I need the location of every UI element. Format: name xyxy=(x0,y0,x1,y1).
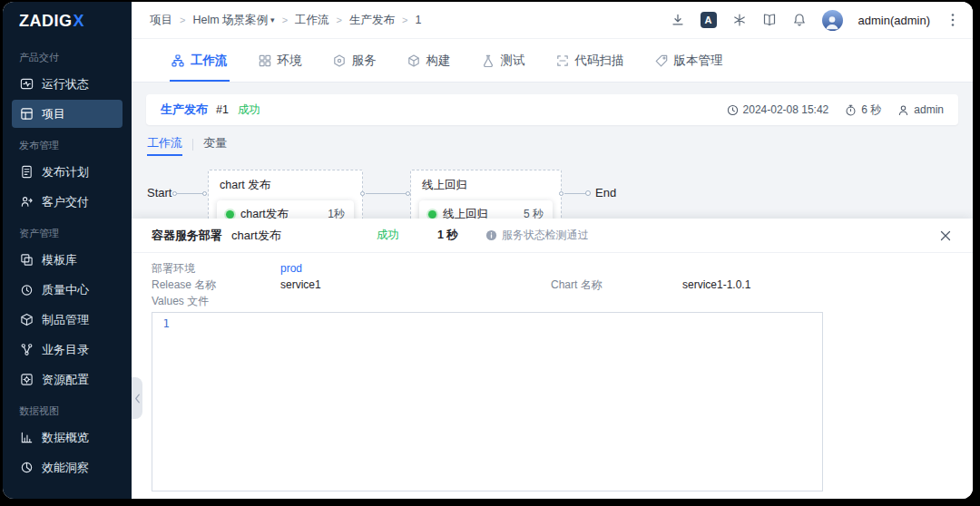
sidebar-item-running-status[interactable]: 运行状态 xyxy=(12,70,122,98)
plan-icon xyxy=(20,165,34,179)
run-subtabs: 工作流 变量 xyxy=(147,135,227,156)
tab-version-management[interactable]: 版本管理 xyxy=(640,39,739,82)
drawer-close-button[interactable] xyxy=(938,227,953,245)
sidebar-item-label: 发布计划 xyxy=(42,164,89,180)
breadcrumb-projects[interactable]: 项目 xyxy=(150,13,172,28)
sidebar-item-quality-center[interactable]: 质量中心 xyxy=(12,276,122,304)
sidebar-nav: 产品交付 运行状态 项目 发布管理 发布计划 客户交付 资产管理 模板库 xyxy=(3,40,132,483)
sidebar-item-resource-config[interactable]: 资源配置 xyxy=(12,365,122,394)
tab-workflow[interactable]: 工作流 xyxy=(156,39,243,82)
workflow-icon xyxy=(172,54,184,67)
breadcrumb-project-label: Helm 场景案例 xyxy=(192,13,268,28)
tab-test[interactable]: 测试 xyxy=(466,39,541,82)
docs-button[interactable] xyxy=(762,13,777,27)
sidebar-item-label: 数据概览 xyxy=(42,430,89,446)
sidebar-item-business-catalog[interactable]: 业务目录 xyxy=(12,336,122,364)
template-icon xyxy=(20,253,34,267)
sidebar-item-label: 资源配置 xyxy=(42,372,89,388)
tab-code-scan[interactable]: 代码扫描 xyxy=(541,39,640,82)
info-icon xyxy=(485,229,497,241)
breadcrumb-workflows[interactable]: 工作流 xyxy=(295,13,329,28)
sidebar-item-customer-delivery[interactable]: 客户交付 xyxy=(12,188,122,216)
sparkle-icon xyxy=(732,13,747,27)
flow-connector-dot xyxy=(360,191,365,196)
values-file-label: Values 文件 xyxy=(152,293,280,309)
tab-environment[interactable]: 环境 xyxy=(243,39,318,82)
run-operator-text: admin xyxy=(914,103,944,116)
sidebar-item-template-library[interactable]: 模板库 xyxy=(12,246,122,274)
sidebar-section-release: 发布管理 xyxy=(19,139,115,152)
breadcrumb-separator: > xyxy=(282,15,288,25)
delivery-icon xyxy=(20,195,34,209)
download-button[interactable] xyxy=(671,13,685,27)
drawer-header: 容器服务部署 chart发布 成功 1 秒 服务状态检测通过 xyxy=(132,219,973,253)
app-logo[interactable]: ZADIGX xyxy=(3,2,132,40)
sidebar-item-projects[interactable]: 项目 xyxy=(12,100,122,128)
flow-connector-line xyxy=(564,193,585,194)
language-icon[interactable]: A xyxy=(701,12,717,28)
tab-label: 构建 xyxy=(426,53,451,69)
chevron-down-icon: ▾ xyxy=(270,15,275,24)
run-header-card: 生产发布 #1 成功 2024-02-08 15:42 6 秒 admin xyxy=(146,94,958,125)
env-value-link[interactable]: prod xyxy=(280,260,551,277)
job-detail-drawer: 容器服务部署 chart发布 成功 1 秒 服务状态检测通过 部署环境 xyxy=(132,219,973,499)
sidebar-item-label: 制品管理 xyxy=(42,312,89,328)
code-scan-icon xyxy=(556,54,569,67)
breadcrumb-project-name[interactable]: Helm 场景案例 ▾ xyxy=(192,13,274,28)
close-icon xyxy=(940,230,951,241)
chart-label: Chart 名称 xyxy=(551,277,682,293)
breadcrumb-workflow-name[interactable]: 生产发布 xyxy=(349,13,395,28)
editor-line-number: 1 xyxy=(152,313,180,491)
sparkle-button[interactable] xyxy=(732,13,747,27)
more-icon xyxy=(946,13,960,27)
sidebar-item-label: 质量中心 xyxy=(42,282,89,298)
sidebar-collapse-handle[interactable] xyxy=(132,377,142,419)
breadcrumb-separator: > xyxy=(402,15,407,25)
tab-label: 代码扫描 xyxy=(575,53,624,69)
version-icon xyxy=(655,54,668,67)
sidebar-item-release-plan[interactable]: 发布计划 xyxy=(12,158,122,186)
sidebar-item-label: 效能洞察 xyxy=(42,460,89,476)
sidebar-section-product: 产品交付 xyxy=(19,51,115,64)
pulse-icon xyxy=(20,77,34,91)
resource-icon xyxy=(20,373,34,386)
notification-button[interactable] xyxy=(792,13,807,27)
run-date: 2024-02-08 15:42 xyxy=(727,103,829,116)
run-name-link[interactable]: 生产发布 xyxy=(161,102,208,118)
stage-title: chart 发布 xyxy=(209,170,362,199)
flow-connector-line xyxy=(366,193,407,194)
env-label: 部署环境 xyxy=(152,260,280,277)
tab-label: 工作流 xyxy=(191,53,228,69)
download-icon xyxy=(671,13,685,27)
topbar-actions: A admin(admin) xyxy=(671,10,960,31)
environment-icon xyxy=(259,54,271,67)
more-button[interactable] xyxy=(946,13,960,27)
avatar[interactable] xyxy=(822,10,843,31)
sidebar-item-artifact-management[interactable]: 制品管理 xyxy=(12,306,122,334)
catalog-icon xyxy=(20,343,34,356)
success-dot-icon xyxy=(226,210,234,219)
run-date-text: 2024-02-08 15:42 xyxy=(743,103,829,116)
tab-build[interactable]: 构建 xyxy=(392,39,466,82)
run-meta: 2024-02-08 15:42 6 秒 admin xyxy=(727,102,944,118)
clock-icon xyxy=(727,104,739,116)
service-icon xyxy=(333,54,346,67)
drawer-duration: 1 秒 xyxy=(437,228,458,243)
person-icon xyxy=(897,104,909,116)
main-area: 项目 > Helm 场景案例 ▾ > 工作流 > 生产发布 > 1 A xyxy=(132,2,973,499)
breadcrumb-separator: > xyxy=(180,15,185,25)
subtab-divider xyxy=(192,139,193,151)
username[interactable]: admin(admin) xyxy=(858,14,930,27)
drawer-body: 部署环境 prod Release 名称 service1 Chart 名称 s… xyxy=(132,253,973,499)
subtab-workflow[interactable]: 工作流 xyxy=(147,135,182,156)
sidebar-item-label: 模板库 xyxy=(42,252,77,268)
values-file-editor[interactable]: 1 xyxy=(152,312,823,491)
editor-content[interactable] xyxy=(180,313,822,491)
flow-end-circle xyxy=(585,190,591,196)
sidebar-item-efficiency-insight[interactable]: 效能洞察 xyxy=(12,453,122,482)
tab-service[interactable]: 服务 xyxy=(318,39,392,82)
sidebar-section-assets: 资产管理 xyxy=(19,227,115,240)
subtab-variables[interactable]: 变量 xyxy=(203,135,227,156)
run-status-badge: 成功 xyxy=(238,102,260,118)
sidebar-item-data-overview[interactable]: 数据概览 xyxy=(12,423,122,452)
